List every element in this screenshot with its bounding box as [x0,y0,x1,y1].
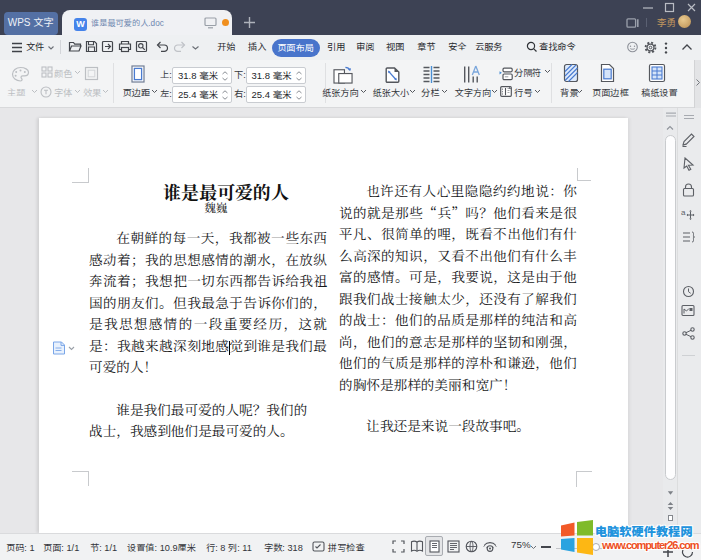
svg-text:a: a [681,208,686,217]
